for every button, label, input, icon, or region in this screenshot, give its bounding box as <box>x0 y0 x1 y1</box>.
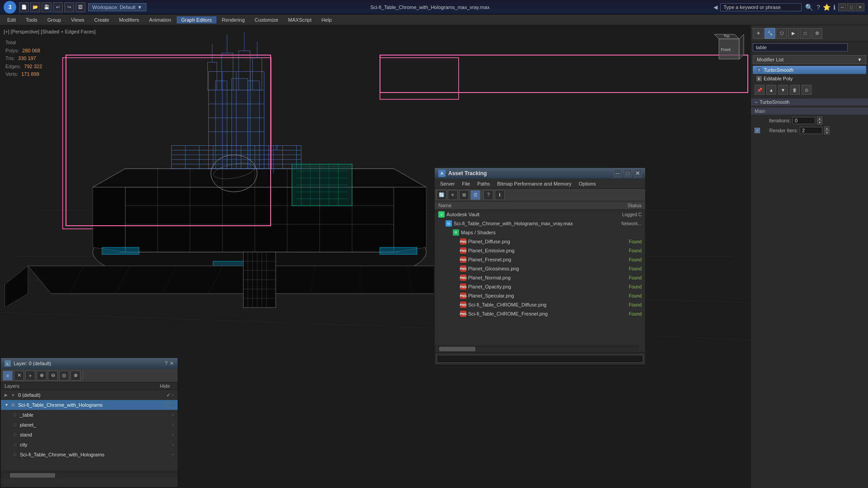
asset-menu-file[interactable]: File <box>458 180 474 187</box>
asset-item-planet-emissive[interactable]: PNG Planet_Emissive.png Found <box>435 246 645 255</box>
layer-merge-icon[interactable]: ⊗ <box>70 371 80 381</box>
view-cube[interactable]: Front Top <box>710 30 746 66</box>
info-icon[interactable]: ℹ <box>833 4 835 11</box>
asset-scroll-thumb[interactable] <box>439 347 475 351</box>
render-iters-up[interactable]: ▲ <box>824 126 830 130</box>
modifier-turbosmooth[interactable]: T TurboSmooth <box>753 66 866 74</box>
asset-menu-options[interactable]: Options <box>575 180 600 187</box>
redo-icon[interactable]: ↪ <box>64 2 74 12</box>
layer-scroll-thumb[interactable] <box>10 473 55 478</box>
menu-customize[interactable]: Customize <box>250 16 283 23</box>
close-button[interactable]: ✕ <box>856 3 864 11</box>
modifier-editable-poly[interactable]: E Editable Poly <box>753 74 866 83</box>
layer-delete-icon[interactable]: ✕ <box>14 371 24 381</box>
menu-animation[interactable]: Animation <box>145 16 176 23</box>
render-iters-checkbox[interactable]: ✓ <box>755 128 760 133</box>
nav-arrow-left[interactable]: ◀ <box>713 4 718 10</box>
layer-add-selection-icon[interactable]: ⊕ <box>37 371 47 381</box>
asset-path-input[interactable] <box>436 355 643 363</box>
asset-item-planet-normal[interactable]: PNG Planet_Normal.png Found <box>435 273 645 282</box>
asset-menu-bitmap[interactable]: Bitmap Performance and Memory <box>493 180 575 187</box>
asset-maximize-btn[interactable]: □ <box>624 169 632 177</box>
asset-menu-server[interactable]: Server <box>436 180 458 187</box>
asset-item-maxfile[interactable]: M Sci-fi_Table_Chrome_with_Holograms_max… <box>435 219 645 228</box>
layer-select-objects-icon[interactable]: ◎ <box>59 371 69 381</box>
search-input[interactable] <box>720 3 802 11</box>
layer-scrollbar[interactable] <box>1 472 178 478</box>
asset-menu-paths[interactable]: Paths <box>474 180 493 187</box>
undo-icon[interactable]: ↩ <box>53 2 63 12</box>
menu-group[interactable]: Group <box>43 16 66 23</box>
rp-hierarchy-icon[interactable]: ⬡ <box>776 28 787 39</box>
rp-motion-icon[interactable]: ▶ <box>788 28 799 39</box>
menu-views[interactable]: Views <box>66 16 89 23</box>
menu-create[interactable]: Create <box>89 16 113 23</box>
instance-icon[interactable]: ⊙ <box>802 85 812 95</box>
layer-item-stand[interactable]: □ stand ≡ <box>1 430 178 440</box>
collapse-icon[interactable]: ─ <box>755 100 758 105</box>
iterations-down[interactable]: ▼ <box>817 121 822 125</box>
menu-help[interactable]: Help <box>317 16 337 23</box>
layer-panel-close[interactable]: ✕ <box>169 360 174 367</box>
layer-item-table[interactable]: □ _table ≡ <box>1 410 178 420</box>
modifier-list-header[interactable]: Modifier List ▼ <box>753 55 866 64</box>
asset-item-planet-opacity[interactable]: PNG Planet_Opacity.png Found <box>435 282 645 291</box>
asset-help-icon[interactable]: ? <box>483 190 493 200</box>
iterations-spinner[interactable]: ▲ ▼ <box>817 116 822 125</box>
turbosmooth-divider[interactable]: ─ TurboSmooth <box>751 98 868 106</box>
open-icon[interactable]: 📂 <box>30 2 40 12</box>
move-down-icon[interactable]: ▼ <box>778 85 788 95</box>
asset-item-planet-glossiness[interactable]: PNG Planet_Glossiness.png Found <box>435 264 645 273</box>
asset-item-planet-specular[interactable]: PNG Planet_Specular.png Found <box>435 291 645 300</box>
layer-item-scifi[interactable]: ▼ ⊞ Sci-fi_Table_Chrome_with_Holograms ≡ <box>1 400 178 410</box>
asset-item-maps[interactable]: ⊞ Maps / Shaders <box>435 228 645 237</box>
asset-minimize-btn[interactable]: ─ <box>614 169 622 177</box>
asset-item-chrome-fresnel[interactable]: PNG Sci-fi_Table_CHROME_Fresnel.png Foun… <box>435 309 645 318</box>
scene-icon[interactable]: 🖼 <box>75 2 85 12</box>
asset-grid-icon[interactable]: ⊞ <box>459 190 469 200</box>
delete-modifier-icon[interactable]: 🗑 <box>790 85 800 95</box>
menu-modifiers[interactable]: Modifiers <box>114 16 144 23</box>
asset-list-icon[interactable]: ≡ <box>448 190 458 200</box>
layer-item-default[interactable]: ▶ ≡ 0 (default) ✓ ≡ <box>1 390 178 400</box>
scifi-checkbox[interactable] <box>165 402 171 408</box>
layer-item-planet[interactable]: □ planet_ ≡ <box>1 420 178 430</box>
asset-item-vault[interactable]: V Autodesk Vault Logged C <box>435 210 645 219</box>
layer-item-city[interactable]: □ city ≡ <box>1 440 178 450</box>
workspace-button[interactable]: Workspace: Default ▼ <box>88 3 146 11</box>
asset-refresh-icon[interactable]: 🔄 <box>436 190 446 200</box>
iterations-up[interactable]: ▲ <box>817 116 822 121</box>
rp-light-icon[interactable]: ☀ <box>753 28 764 39</box>
menu-rendering[interactable]: Rendering <box>217 16 249 23</box>
rp-utilities-icon[interactable]: ⚙ <box>812 28 822 39</box>
pin-icon[interactable]: 📌 <box>755 85 765 95</box>
layer-remove-selection-icon[interactable]: ⊖ <box>48 371 58 381</box>
asset-item-chrome-diffuse[interactable]: PNG Sci-fi_Table_CHROME_Diffuse.png Foun… <box>435 300 645 309</box>
layer-item-scifi2[interactable]: □ Sci-fi_Table_Chrome_with_Holograms ≡ <box>1 450 178 460</box>
menu-maxscript[interactable]: MAXScript <box>284 16 316 23</box>
asset-scrollbar[interactable] <box>435 346 639 351</box>
move-up-icon[interactable]: ▲ <box>766 85 776 95</box>
asset-item-planet-fresnel[interactable]: PNG Planet_Fresnel.png Found <box>435 255 645 264</box>
asset-detail-icon[interactable]: ☰ <box>470 190 480 200</box>
minimize-button[interactable]: ─ <box>838 3 846 11</box>
help-icon[interactable]: ? <box>816 4 820 11</box>
rp-modifier-icon[interactable]: 🔧 <box>765 28 775 39</box>
render-iters-value[interactable]: 2 <box>800 127 822 134</box>
render-iters-down[interactable]: ▼ <box>824 130 830 135</box>
menu-tools[interactable]: Tools <box>21 16 42 23</box>
search-icon[interactable]: 🔍 <box>805 4 813 11</box>
maximize-button[interactable]: □ <box>847 3 855 11</box>
asset-info-icon[interactable]: ℹ <box>495 190 505 200</box>
rp-display-icon[interactable]: □ <box>800 28 811 39</box>
asset-close-btn[interactable]: ✕ <box>633 169 642 177</box>
layer-add-icon[interactable]: + <box>25 371 35 381</box>
menu-edit[interactable]: Edit <box>3 16 20 23</box>
layer-panel-help[interactable]: ? <box>164 360 168 367</box>
iterations-value[interactable]: 0 <box>793 117 815 124</box>
new-icon[interactable]: 📄 <box>19 2 29 12</box>
asset-item-planet-diffuse[interactable]: PNG Planet_Diffuse.png Found <box>435 237 645 246</box>
right-panel-search[interactable] <box>753 43 848 51</box>
layer-select-icon[interactable]: ≡ <box>3 371 13 381</box>
save-icon[interactable]: 💾 <box>42 2 52 12</box>
